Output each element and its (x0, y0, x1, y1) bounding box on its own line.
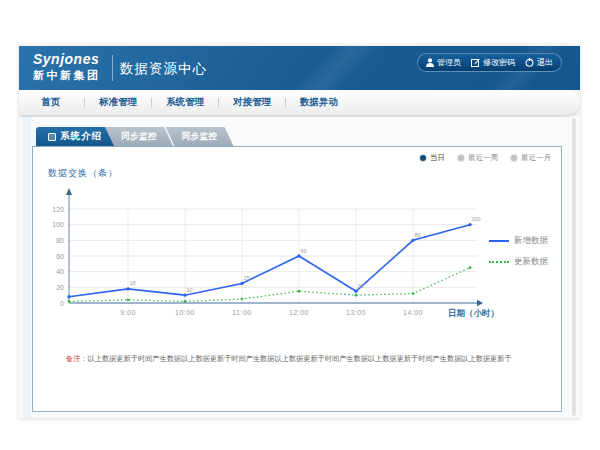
svg-text:25: 25 (244, 275, 250, 281)
line-chart: 0204060801001201810256015801009:0010:001… (33, 185, 563, 335)
edit-icon (471, 58, 480, 67)
logo-text-en: Synjones (33, 51, 101, 67)
svg-text:日期（小时）: 日期（小时） (448, 308, 499, 318)
time-range-radios: 当日 最近一周 最近一月 (420, 153, 551, 163)
logout-label: 退出 (537, 57, 553, 68)
y-axis-label: 数据交换（条） (48, 167, 118, 180)
app-header: Synjones 新中新集团 数据资源中心 管理员 修改密码 退出 (19, 46, 580, 90)
legend-line-sample-green (489, 261, 509, 263)
nav-item-data-change[interactable]: 数据异动 (286, 96, 352, 109)
page: Synjones 新中新集团 数据资源中心 管理员 修改密码 退出 (0, 0, 600, 450)
person-icon (426, 58, 434, 67)
change-password-button[interactable]: 修改密码 (471, 57, 515, 68)
power-icon (525, 58, 534, 67)
tab-system-intro[interactable]: 系统介绍 (36, 127, 114, 146)
change-password-label: 修改密码 (483, 57, 515, 68)
nav-item-standards[interactable]: 标准管理 (85, 96, 151, 109)
svg-text:100: 100 (472, 216, 481, 222)
svg-text:120: 120 (52, 206, 64, 213)
footnote: 备注：以上数据更新于时间产生数据以上数据更新于时间产生数据以上数据更新于时间产生… (66, 354, 512, 364)
nav-item-system[interactable]: 系统管理 (152, 96, 218, 109)
svg-text:10: 10 (187, 287, 193, 293)
header-divider (112, 55, 113, 81)
tab-sync-monitor-2[interactable]: 同步监控 (166, 127, 234, 146)
user-toolbar: 管理员 修改密码 退出 (417, 53, 562, 72)
svg-text:12:00: 12:00 (289, 309, 309, 316)
app-title: 数据资源中心 (120, 60, 207, 78)
scrollbar[interactable] (572, 118, 576, 416)
legend-new-data: 新增数据 (489, 234, 548, 248)
user-menu[interactable]: 管理员 (426, 57, 461, 68)
svg-text:9:00: 9:00 (120, 309, 136, 316)
tab-sync-monitor-1[interactable]: 同步监控 (105, 127, 173, 146)
content-area: 系统介绍 同步监控 同步监控 当日 最近一周 (19, 116, 580, 418)
svg-text:20: 20 (56, 284, 64, 291)
svg-text:10:00: 10:00 (175, 309, 195, 316)
svg-text:11:00: 11:00 (232, 309, 252, 316)
nav-item-integration[interactable]: 对接管理 (219, 96, 285, 109)
app-window: Synjones 新中新集团 数据资源中心 管理员 修改密码 退出 (19, 44, 580, 418)
tab-bar: 系统介绍 同步监控 同步监控 (36, 127, 234, 146)
svg-text:13:00: 13:00 (346, 309, 366, 316)
logo-text-cn: 新中新集团 (33, 68, 101, 83)
content-left-edge (23, 116, 31, 418)
svg-text:18: 18 (130, 280, 136, 286)
radio-last-week[interactable]: 最近一周 (458, 153, 498, 163)
svg-text:40: 40 (56, 268, 64, 275)
radio-today[interactable]: 当日 (420, 153, 445, 163)
svg-text:80: 80 (415, 232, 421, 238)
tab-label: 同步监控 (121, 131, 157, 143)
radio-dot (511, 155, 517, 161)
svg-text:100: 100 (52, 221, 64, 228)
main-nav: 首页 标准管理 系统管理 对接管理 数据异动 (19, 90, 580, 116)
radio-dot (420, 155, 426, 161)
svg-text:60: 60 (301, 248, 307, 254)
chart-legend: 新增数据 更新数据 (489, 234, 548, 276)
document-icon (48, 133, 56, 141)
tab-label: 同步监控 (182, 131, 218, 143)
legend-update-data: 更新数据 (489, 255, 548, 269)
footnote-label: 备注： (66, 354, 88, 363)
logout-button[interactable]: 退出 (525, 57, 553, 68)
legend-line-sample-blue (489, 240, 509, 242)
svg-text:15: 15 (358, 283, 364, 289)
svg-text:0: 0 (60, 300, 64, 307)
radio-dot (458, 155, 464, 161)
footnote-text: 以上数据更新于时间产生数据以上数据更新于时间产生数据以上数据更新于时间产生数据以… (88, 354, 512, 363)
brand-logo: Synjones 新中新集团 (33, 51, 101, 83)
nav-item-home[interactable]: 首页 (27, 96, 84, 109)
svg-text:60: 60 (56, 253, 64, 260)
chart-panel: 当日 最近一周 最近一月 数据交换（条） 0204060801001201810… (32, 146, 562, 412)
user-name: 管理员 (437, 57, 461, 68)
svg-text:80: 80 (56, 237, 64, 244)
tab-label: 系统介绍 (60, 130, 102, 143)
radio-last-month[interactable]: 最近一月 (511, 153, 551, 163)
svg-text:14:00: 14:00 (403, 309, 423, 316)
